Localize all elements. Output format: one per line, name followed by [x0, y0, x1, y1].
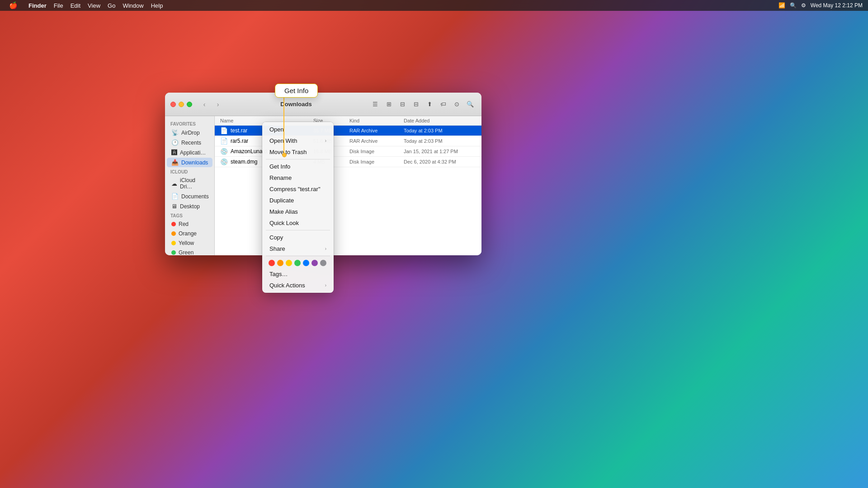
file-icon-0: 📄 — [220, 127, 228, 134]
sidebar-item-downloads[interactable]: 📥 Downloads — [167, 158, 212, 167]
file-date-0: Today at 2:03 PM — [404, 128, 476, 133]
search-icon[interactable]: 🔍 — [790, 2, 797, 9]
file-kind-2: Disk Image — [349, 149, 404, 154]
menubar-window[interactable]: Window — [119, 0, 147, 11]
column-view-button[interactable]: ⊟ — [396, 99, 408, 109]
ctx-item-make-alias[interactable]: Make Alias — [263, 206, 333, 217]
menubar: 🍎 Finder File Edit View Go Window Help 📶… — [0, 0, 868, 11]
ctx-open-with-arrow: › — [325, 138, 326, 143]
ctx-item-quick-look[interactable]: Quick Look — [263, 217, 333, 229]
ctx-item-rename[interactable]: Rename — [263, 172, 333, 183]
file-icon-3: 💿 — [220, 158, 228, 165]
ctx-item-copy[interactable]: Copy — [263, 232, 333, 243]
ctx-item-open[interactable]: Open — [263, 124, 333, 135]
actions-button[interactable]: ⊙ — [451, 99, 462, 109]
ctx-tag-green[interactable] — [294, 260, 301, 266]
ctx-open-with-label: Open With — [269, 137, 297, 144]
ctx-item-quick-actions[interactable]: Quick Actions › — [263, 280, 333, 291]
ctx-open-label: Open — [269, 126, 284, 133]
sidebar-item-tag-red-label: Red — [179, 221, 189, 227]
maximize-button[interactable] — [187, 102, 192, 107]
ctx-item-tags[interactable]: Tags… — [263, 268, 333, 280]
ctx-tag-gray[interactable] — [320, 260, 326, 266]
documents-icon: 📄 — [171, 193, 179, 200]
menubar-help[interactable]: Help — [147, 0, 167, 11]
list-view-button[interactable]: ☰ — [369, 99, 381, 109]
file-list: 📄 test.rar 35.7 MB RAR Archive Today at … — [215, 126, 481, 167]
sidebar-item-documents[interactable]: 📄 Documents — [167, 192, 212, 201]
ctx-tag-orange[interactable] — [277, 260, 283, 266]
sidebar-item-tag-green[interactable]: Green — [167, 248, 212, 255]
menubar-finder[interactable]: Finder — [25, 0, 50, 11]
icloud-drive-icon: ☁ — [171, 180, 177, 187]
ctx-rename-label: Rename — [269, 174, 292, 181]
tag-yellow-dot — [171, 241, 176, 245]
ctx-quick-look-label: Quick Look — [269, 220, 299, 226]
menubar-view[interactable]: View — [84, 0, 104, 11]
ctx-move-trash-label: Move to Trash — [269, 149, 307, 155]
recents-icon: 🕐 — [171, 139, 179, 146]
sidebar-item-tag-yellow[interactable]: Yellow — [167, 239, 212, 248]
wifi-icon[interactable]: 📶 — [778, 2, 785, 9]
ctx-item-duplicate[interactable]: Duplicate — [263, 195, 333, 206]
menubar-go[interactable]: Go — [104, 0, 119, 11]
back-button[interactable]: ‹ — [199, 99, 209, 109]
sidebar-item-tag-orange-label: Orange — [179, 230, 197, 237]
file-name-1: rar5.rar — [231, 138, 248, 144]
ctx-item-share[interactable]: Share › — [263, 243, 333, 254]
ctx-share-label: Share — [269, 245, 285, 252]
forward-button[interactable]: › — [213, 99, 223, 109]
sidebar-item-recents[interactable]: 🕐 Recents — [167, 138, 212, 147]
menubar-file[interactable]: File — [50, 0, 67, 11]
ctx-tag-blue[interactable] — [303, 260, 309, 266]
ctx-quick-actions-arrow: › — [325, 283, 326, 288]
ctx-duplicate-label: Duplicate — [269, 197, 294, 204]
tag-button[interactable]: 🏷 — [437, 99, 449, 109]
control-center-icon[interactable]: ⚙ — [801, 2, 806, 9]
sidebar-item-downloads-label: Downloads — [181, 160, 208, 166]
apple-menu[interactable]: 🍎 — [5, 0, 21, 11]
sidebar-item-desktop-label: Desktop — [180, 203, 200, 210]
close-button[interactable] — [170, 102, 176, 107]
file-row-2[interactable]: 💿 AmazonLuna.d… 16.8 MB Disk Image Jan 1… — [215, 146, 481, 157]
ctx-item-open-with[interactable]: Open With › — [263, 135, 333, 146]
search-button[interactable]: 🔍 — [464, 99, 476, 109]
file-date-3: Dec 6, 2020 at 4:32 PM — [404, 159, 476, 164]
sidebar-item-desktop[interactable]: 🖥 Desktop — [167, 202, 212, 211]
gallery-view-button[interactable]: ⊟ — [410, 99, 422, 109]
traffic-lights — [170, 102, 192, 107]
file-icon-2: 💿 — [220, 148, 228, 155]
share-button[interactable]: ⬆ — [424, 99, 435, 109]
ctx-tag-red[interactable] — [269, 260, 275, 266]
menubar-edit[interactable]: Edit — [67, 0, 84, 11]
menubar-right: 📶 🔍 ⚙ Wed May 12 2:12 PM — [778, 2, 863, 9]
applications-icon: 🅰 — [171, 149, 177, 156]
datetime: Wed May 12 2:12 PM — [811, 2, 863, 9]
ctx-item-move-to-trash[interactable]: Move to Trash — [263, 146, 333, 158]
ctx-copy-label: Copy — [269, 234, 283, 241]
ctx-separator-1 — [266, 159, 330, 160]
finder-toolbar: ‹ › Downloads ☰ ⊞ ⊟ ⊟ ⬆ 🏷 ⊙ 🔍 — [165, 93, 481, 116]
file-date-1: Today at 2:03 PM — [404, 138, 476, 144]
sidebar-item-icloud-drive[interactable]: ☁ iCloud Dri… — [167, 176, 212, 191]
grid-view-button[interactable]: ⊞ — [383, 99, 395, 109]
ctx-tags-label: Tags… — [269, 271, 288, 277]
file-kind-0: RAR Archive — [349, 128, 404, 133]
sidebar-item-tag-orange[interactable]: Orange — [167, 229, 212, 238]
ctx-tag-purple[interactable] — [311, 260, 318, 266]
ctx-item-get-info[interactable]: Get Info — [263, 161, 333, 172]
sidebar-item-applications[interactable]: 🅰 Applicati… — [167, 148, 212, 157]
file-row-1[interactable]: 📄 rar5.rar 51.6 MB RAR Archive Today at … — [215, 136, 481, 146]
ctx-item-compress[interactable]: Compress "test.rar" — [263, 183, 333, 195]
minimize-button[interactable] — [179, 102, 184, 107]
ctx-tag-yellow[interactable] — [286, 260, 292, 266]
file-list-header: Name Size Kind Date Added — [215, 116, 481, 126]
file-row-0[interactable]: 📄 test.rar 35.7 MB RAR Archive Today at … — [215, 126, 481, 136]
sidebar-item-tag-red[interactable]: Red — [167, 220, 212, 229]
file-date-2: Jan 15, 2021 at 1:27 PM — [404, 149, 476, 154]
sidebar-item-airdrop[interactable]: 📡 AirDrop — [167, 128, 212, 137]
ctx-tags-row — [262, 258, 334, 268]
tag-green-dot — [171, 250, 176, 255]
file-row-3[interactable]: 💿 steam.dmg 4 MB Disk Image Dec 6, 2020 … — [215, 157, 481, 167]
sidebar-item-applications-label: Applicati… — [180, 150, 206, 156]
